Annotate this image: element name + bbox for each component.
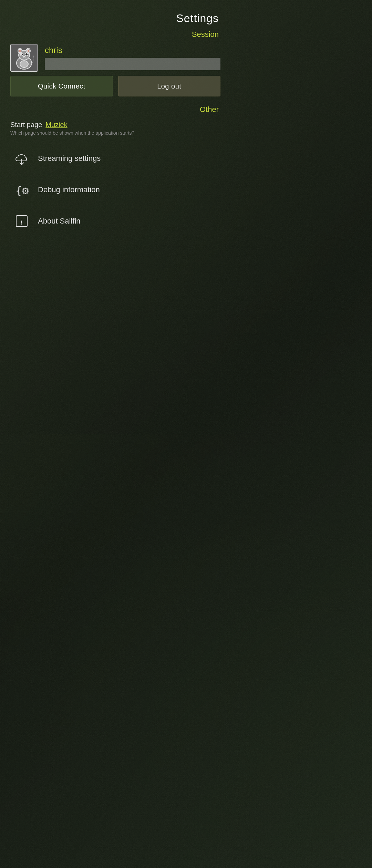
page-title: Settings xyxy=(176,12,219,25)
start-page-label: Start page Muziek xyxy=(10,121,220,129)
logout-button[interactable]: Log out xyxy=(118,76,221,96)
about-sailfin-item[interactable]: i About Sailfin xyxy=(10,205,220,237)
server-input[interactable] xyxy=(45,58,220,70)
svg-point-9 xyxy=(21,54,22,55)
svg-text:i: i xyxy=(20,218,22,226)
start-page-row: Start page Muziek Which page should be s… xyxy=(10,121,220,136)
debug-information-item[interactable]: {⚙} Debug information xyxy=(10,174,220,205)
start-page-text: Start page xyxy=(10,121,42,129)
start-page-hint: Which page should be shown when the appl… xyxy=(10,130,220,136)
quick-connect-button[interactable]: Quick Connect xyxy=(10,76,113,96)
user-info: chris xyxy=(45,45,220,70)
svg-point-5 xyxy=(19,49,21,53)
other-label: Other xyxy=(10,105,220,114)
other-section: Other Start page Muziek Which page shoul… xyxy=(10,105,220,237)
session-section: Session xyxy=(10,30,220,96)
cloud-download-icon xyxy=(12,149,31,168)
user-row: chris xyxy=(10,44,220,72)
svg-text:{⚙}: {⚙} xyxy=(16,184,30,197)
svg-point-6 xyxy=(27,49,29,53)
menu-items: Streaming settings {⚙} Debug information xyxy=(10,143,220,237)
info-icon: i xyxy=(12,211,31,230)
header: Settings xyxy=(10,7,220,28)
username: chris xyxy=(45,45,220,55)
debug-icon: {⚙} xyxy=(12,180,31,199)
svg-point-8 xyxy=(25,53,28,56)
streaming-settings-label: Streaming settings xyxy=(38,154,101,163)
avatar-image xyxy=(10,44,38,72)
debug-information-label: Debug information xyxy=(38,185,100,194)
svg-point-11 xyxy=(20,61,28,68)
svg-point-10 xyxy=(23,56,25,58)
avatar xyxy=(10,44,38,72)
about-sailfin-label: About Sailfin xyxy=(38,217,81,226)
session-label: Session xyxy=(10,30,220,39)
start-page-value[interactable]: Muziek xyxy=(45,121,67,129)
streaming-settings-item[interactable]: Streaming settings xyxy=(10,143,220,174)
action-buttons: Quick Connect Log out xyxy=(10,76,220,96)
